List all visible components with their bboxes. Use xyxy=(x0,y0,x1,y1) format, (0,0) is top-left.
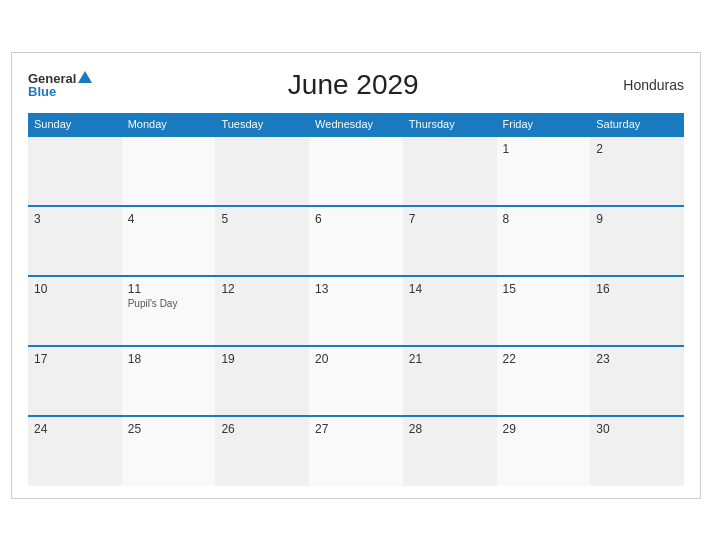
calendar-cell: 21 xyxy=(403,346,497,416)
calendar-cell xyxy=(309,136,403,206)
calendar-cell: 19 xyxy=(215,346,309,416)
day-number: 27 xyxy=(315,422,397,436)
day-number: 3 xyxy=(34,212,116,226)
calendar-cell: 7 xyxy=(403,206,497,276)
calendar-cell: 15 xyxy=(497,276,591,346)
calendar-cell: 4 xyxy=(122,206,216,276)
day-number: 13 xyxy=(315,282,397,296)
week-row-2: 3456789 xyxy=(28,206,684,276)
week-row-5: 24252627282930 xyxy=(28,416,684,486)
day-number: 16 xyxy=(596,282,678,296)
calendar-cell: 6 xyxy=(309,206,403,276)
calendar-cell: 27 xyxy=(309,416,403,486)
day-number: 9 xyxy=(596,212,678,226)
weekday-header-wednesday: Wednesday xyxy=(309,113,403,136)
calendar-cell: 23 xyxy=(590,346,684,416)
day-number: 21 xyxy=(409,352,491,366)
calendar-cell: 2 xyxy=(590,136,684,206)
calendar-cell xyxy=(28,136,122,206)
weekday-header-monday: Monday xyxy=(122,113,216,136)
day-number: 14 xyxy=(409,282,491,296)
calendar-cell: 20 xyxy=(309,346,403,416)
calendar-table: SundayMondayTuesdayWednesdayThursdayFrid… xyxy=(28,113,684,486)
calendar: General Blue June 2029 Honduras SundayMo… xyxy=(11,52,701,499)
weekday-header-thursday: Thursday xyxy=(403,113,497,136)
logo-blue: Blue xyxy=(28,85,56,98)
day-event: Pupil's Day xyxy=(128,298,210,309)
day-number: 4 xyxy=(128,212,210,226)
calendar-cell: 3 xyxy=(28,206,122,276)
day-number: 17 xyxy=(34,352,116,366)
day-number: 6 xyxy=(315,212,397,226)
day-number: 18 xyxy=(128,352,210,366)
day-number: 25 xyxy=(128,422,210,436)
calendar-cell: 9 xyxy=(590,206,684,276)
calendar-cell: 18 xyxy=(122,346,216,416)
weekday-header-row: SundayMondayTuesdayWednesdayThursdayFrid… xyxy=(28,113,684,136)
day-number: 26 xyxy=(221,422,303,436)
calendar-cell: 8 xyxy=(497,206,591,276)
calendar-cell: 25 xyxy=(122,416,216,486)
day-number: 1 xyxy=(503,142,585,156)
calendar-cell: 24 xyxy=(28,416,122,486)
day-number: 8 xyxy=(503,212,585,226)
calendar-cell: 13 xyxy=(309,276,403,346)
day-number: 7 xyxy=(409,212,491,226)
day-number: 12 xyxy=(221,282,303,296)
day-number: 2 xyxy=(596,142,678,156)
day-number: 29 xyxy=(503,422,585,436)
day-number: 15 xyxy=(503,282,585,296)
calendar-cell: 1 xyxy=(497,136,591,206)
day-number: 20 xyxy=(315,352,397,366)
week-row-4: 17181920212223 xyxy=(28,346,684,416)
calendar-cell: 14 xyxy=(403,276,497,346)
calendar-cell xyxy=(403,136,497,206)
day-number: 30 xyxy=(596,422,678,436)
day-number: 23 xyxy=(596,352,678,366)
calendar-title: June 2029 xyxy=(92,69,614,101)
logo-triangle-icon xyxy=(78,71,92,83)
calendar-cell: 10 xyxy=(28,276,122,346)
calendar-cell: 26 xyxy=(215,416,309,486)
calendar-cell: 28 xyxy=(403,416,497,486)
weekday-header-friday: Friday xyxy=(497,113,591,136)
day-number: 28 xyxy=(409,422,491,436)
calendar-cell: 16 xyxy=(590,276,684,346)
weekday-header-sunday: Sunday xyxy=(28,113,122,136)
calendar-cell: 17 xyxy=(28,346,122,416)
day-number: 22 xyxy=(503,352,585,366)
week-row-1: 12 xyxy=(28,136,684,206)
weekday-header-tuesday: Tuesday xyxy=(215,113,309,136)
calendar-cell xyxy=(215,136,309,206)
calendar-cell: 12 xyxy=(215,276,309,346)
calendar-header: General Blue June 2029 Honduras xyxy=(28,69,684,101)
calendar-cell: 5 xyxy=(215,206,309,276)
day-number: 11 xyxy=(128,282,210,296)
calendar-cell: 11Pupil's Day xyxy=(122,276,216,346)
week-row-3: 1011Pupil's Day1213141516 xyxy=(28,276,684,346)
weekday-header-saturday: Saturday xyxy=(590,113,684,136)
calendar-cell: 22 xyxy=(497,346,591,416)
day-number: 24 xyxy=(34,422,116,436)
day-number: 19 xyxy=(221,352,303,366)
calendar-cell: 29 xyxy=(497,416,591,486)
day-number: 5 xyxy=(221,212,303,226)
calendar-cell: 30 xyxy=(590,416,684,486)
logo: General Blue xyxy=(28,71,92,98)
calendar-cell xyxy=(122,136,216,206)
day-number: 10 xyxy=(34,282,116,296)
calendar-country: Honduras xyxy=(614,77,684,93)
